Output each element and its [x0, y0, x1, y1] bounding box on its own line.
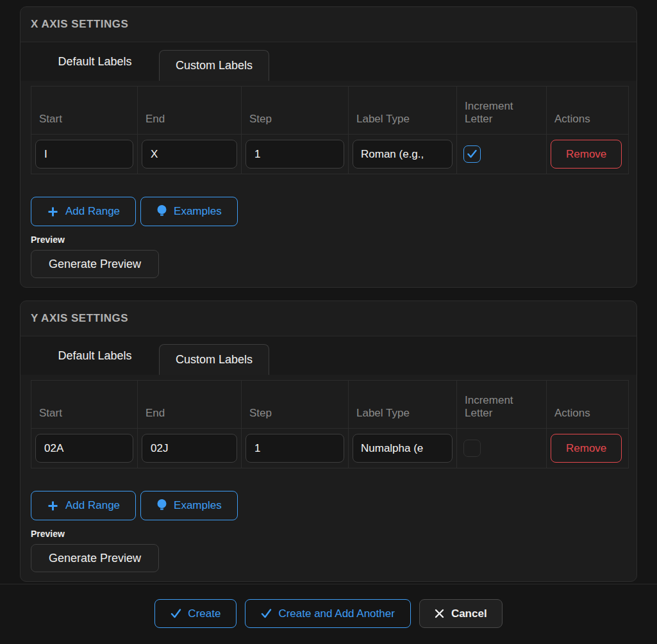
panel-title: Y AXIS SETTINGS	[31, 312, 128, 325]
col-header-actions: Actions	[547, 381, 629, 429]
step-input[interactable]	[245, 434, 344, 463]
col-header-end: End	[138, 87, 242, 135]
increment-letter-checkbox[interactable]	[463, 145, 481, 163]
increment-letter-checkbox[interactable]	[463, 440, 481, 457]
range-actions-row: Add Range Examples	[31, 491, 626, 520]
panel-body: Start End Step Label Type Increment Lett…	[21, 81, 636, 287]
tab-bar: Default Labels Custom Labels	[21, 42, 636, 81]
end-input[interactable]	[142, 140, 237, 169]
start-input[interactable]	[35, 434, 133, 463]
col-header-start: Start	[31, 381, 138, 429]
panel-title: X AXIS SETTINGS	[31, 18, 128, 31]
ranges-table: Start End Step Label Type Increment Lett…	[31, 380, 629, 468]
preview-label: Preview	[31, 235, 626, 245]
lightbulb-icon	[156, 204, 167, 219]
col-header-step: Step	[242, 381, 349, 429]
plus-icon	[47, 206, 59, 218]
tab-custom-labels[interactable]: Custom Labels	[159, 50, 269, 81]
step-input[interactable]	[245, 140, 344, 169]
table-row: Numalpha (e Remove	[31, 429, 629, 468]
y-axis-settings-panel: Y AXIS SETTINGS Default Labels Custom La…	[20, 301, 637, 582]
col-header-actions: Actions	[547, 87, 629, 135]
add-range-button[interactable]: Add Range	[31, 197, 136, 226]
check-icon	[261, 609, 272, 618]
panel-header: Y AXIS SETTINGS	[21, 301, 636, 336]
add-range-button[interactable]: Add Range	[31, 491, 136, 520]
plus-icon	[47, 500, 59, 512]
col-header-label-type: Label Type	[349, 381, 457, 429]
label-type-select[interactable]: Roman (e.g.,	[353, 140, 453, 169]
create-and-add-another-button[interactable]: Create and Add Another	[245, 599, 410, 628]
ranges-table: Start End Step Label Type Increment Lett…	[31, 86, 629, 174]
remove-button[interactable]: Remove	[551, 434, 622, 463]
examples-button[interactable]: Examples	[140, 491, 238, 520]
examples-label: Examples	[174, 205, 222, 218]
create-and-add-another-label: Create and Add Another	[278, 607, 394, 620]
label-type-value: Numalpha (e	[361, 442, 423, 455]
col-header-end: End	[138, 381, 242, 429]
checkmark-icon	[467, 150, 477, 158]
preview-label: Preview	[31, 529, 626, 539]
table-row: Roman (e.g., Remove	[31, 135, 629, 174]
tab-label: Custom Labels	[176, 59, 253, 72]
tab-custom-labels[interactable]: Custom Labels	[159, 344, 269, 375]
tab-default-labels[interactable]: Default Labels	[31, 336, 159, 375]
cancel-label: Cancel	[451, 607, 487, 620]
examples-label: Examples	[174, 499, 222, 512]
remove-button[interactable]: Remove	[551, 140, 622, 169]
create-button[interactable]: Create	[154, 599, 237, 628]
cancel-button[interactable]: Cancel	[419, 599, 503, 628]
col-header-increment-letter: Increment Letter	[457, 381, 547, 429]
table-header-row: Start End Step Label Type Increment Lett…	[31, 87, 629, 135]
add-range-label: Add Range	[65, 499, 120, 512]
label-type-value: Roman (e.g.,	[361, 148, 424, 161]
panel-header: X AXIS SETTINGS	[21, 7, 636, 42]
tab-default-labels[interactable]: Default Labels	[31, 42, 159, 81]
tab-label: Default Labels	[58, 55, 131, 69]
col-header-start: Start	[31, 87, 138, 135]
create-label: Create	[188, 607, 220, 620]
tab-bar: Default Labels Custom Labels	[21, 336, 636, 375]
label-type-select[interactable]: Numalpha (e	[353, 434, 453, 463]
table-header-row: Start End Step Label Type Increment Lett…	[31, 381, 629, 429]
add-range-label: Add Range	[65, 205, 120, 218]
col-header-increment-letter: Increment Letter	[457, 87, 547, 135]
panel-body: Start End Step Label Type Increment Lett…	[21, 375, 636, 581]
end-input[interactable]	[142, 434, 237, 463]
start-input[interactable]	[35, 140, 133, 169]
x-icon	[435, 609, 444, 618]
examples-button[interactable]: Examples	[140, 197, 238, 226]
col-header-step: Step	[242, 87, 349, 135]
range-actions-row: Add Range Examples	[31, 197, 626, 226]
form-footer: Create Create and Add Another Cancel	[0, 584, 657, 628]
tab-label: Custom Labels	[176, 353, 253, 367]
generate-preview-button[interactable]: Generate Preview	[31, 544, 159, 572]
tab-label: Default Labels	[58, 349, 131, 363]
generate-preview-button[interactable]: Generate Preview	[31, 250, 159, 278]
col-header-label-type: Label Type	[349, 87, 457, 135]
lightbulb-icon	[156, 499, 167, 513]
x-axis-settings-panel: X AXIS SETTINGS Default Labels Custom La…	[20, 6, 637, 288]
check-icon	[170, 609, 181, 618]
